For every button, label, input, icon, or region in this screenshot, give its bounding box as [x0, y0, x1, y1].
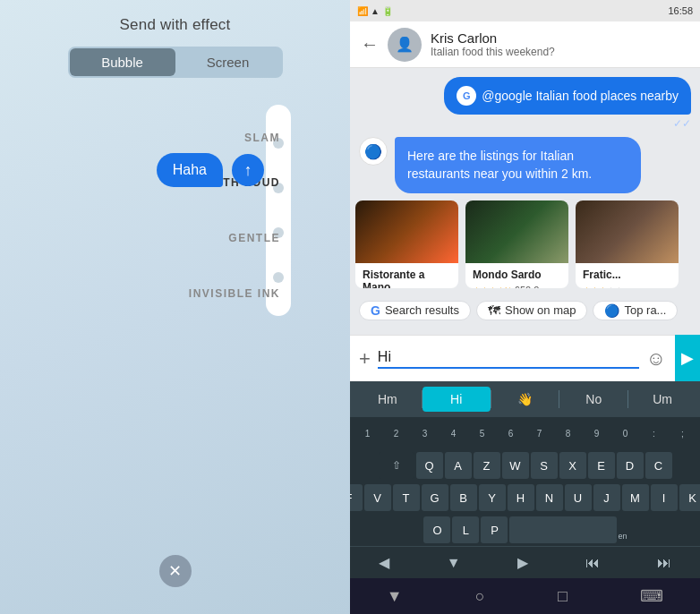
effect-row-loud[interactable]: SEND WITH LOUD Haha ↑	[0, 160, 350, 205]
keyboard: Hm Hi 👋 No Um 1 2 3 4 5 6 7 8 9 0	[350, 381, 700, 578]
send-button[interactable]: ▶	[675, 335, 700, 381]
status-wifi-icon: ▲	[371, 6, 380, 16]
right-panel: 📶 ▲ 🔋 16:58 ← 👤 Kris Carlon Italian food…	[350, 0, 700, 614]
key-n[interactable]: N	[536, 484, 563, 511]
emoji-button[interactable]: ☺	[646, 347, 666, 371]
assistant-small-icon: 🔵	[604, 303, 619, 318]
suggestion-wave[interactable]: 👋	[491, 387, 559, 412]
restaurant-image-3	[576, 200, 679, 263]
left-panel: Send with effect Bubble Screen SLAM SEND…	[0, 0, 350, 614]
key-colon[interactable]: :	[641, 420, 668, 447]
key-d[interactable]: D	[617, 452, 644, 479]
nav-recent-button[interactable]: □	[547, 582, 578, 611]
restaurant-card-2[interactable]: Mondo Sardo ★★★★½ 650,0 m Italian	[465, 200, 568, 288]
key-a[interactable]: A	[445, 452, 472, 479]
message-input[interactable]	[378, 349, 639, 369]
toggle-bar: Bubble Screen	[68, 47, 283, 78]
key-h[interactable]: H	[508, 484, 534, 511]
effect-row-gentle[interactable]: GENTLE	[0, 205, 350, 260]
key-e[interactable]: E	[588, 452, 615, 479]
restaurant-image-2	[465, 200, 568, 263]
nav-right-arrow[interactable]: ▶	[508, 550, 537, 575]
nav-skip-back[interactable]: ⏮	[576, 551, 609, 575]
system-nav-bar: ▼ ○ □ ⌨	[350, 578, 700, 614]
key-m[interactable]: M	[622, 484, 649, 511]
contact-subtitle: Italian food this weekend?	[431, 46, 689, 58]
key-g[interactable]: G	[422, 484, 448, 511]
nav-home-button[interactable]: ○	[465, 582, 496, 611]
suggestion-no[interactable]: No	[559, 387, 627, 412]
key-u[interactable]: U	[565, 484, 592, 511]
key-9[interactable]: 9	[584, 420, 610, 447]
key-o[interactable]: O	[423, 516, 450, 543]
key-space[interactable]	[509, 516, 617, 543]
effect-row-invisible[interactable]: INVISIBLE INK	[0, 260, 350, 316]
key-q[interactable]: Q	[416, 452, 443, 479]
number-row: 1 2 3 4 5 6 7 8 9 0 : ;	[350, 417, 700, 449]
key-shift[interactable]: ⇧	[379, 452, 414, 479]
show-on-map-label: Show on map	[505, 303, 576, 317]
key-w[interactable]: W	[502, 452, 529, 479]
search-results-btn[interactable]: G Search results	[359, 301, 471, 320]
assistant-icon: 🔵	[364, 143, 382, 160]
nav-down-arrow[interactable]: ▼	[438, 551, 470, 575]
keyboard-nav-row: ◀ ▼ ▶ ⏮ ⏭	[350, 546, 700, 578]
restaurant-cards: Ristorante a Mano ★★★★½ 750,0 m Italian …	[355, 200, 695, 288]
screen-tab[interactable]: Screen	[175, 48, 281, 76]
outgoing-text: @google Italian food places nearby	[482, 89, 679, 103]
restaurant-distance-2: 650,0 m	[515, 285, 551, 288]
google-icon: G	[457, 86, 476, 106]
key-i[interactable]: I	[651, 484, 678, 511]
key-6[interactable]: 6	[498, 420, 525, 447]
key-s[interactable]: S	[531, 452, 558, 479]
key-5[interactable]: 5	[469, 420, 496, 447]
suggestion-um[interactable]: Um	[628, 387, 696, 412]
nav-keyboard-button[interactable]: ⌨	[629, 581, 674, 611]
key-8[interactable]: 8	[555, 420, 582, 447]
nav-left-arrow[interactable]: ◀	[370, 550, 398, 575]
key-b[interactable]: B	[450, 484, 477, 511]
restaurant-card-1[interactable]: Ristorante a Mano ★★★★½ 750,0 m Italian	[355, 200, 458, 288]
key-4[interactable]: 4	[440, 420, 467, 447]
key-k[interactable]: K	[679, 484, 701, 511]
status-battery-icon: 🔋	[382, 6, 393, 16]
key-j[interactable]: J	[593, 484, 620, 511]
plus-button[interactable]: +	[359, 347, 371, 371]
nav-back-button[interactable]: ▼	[376, 582, 414, 611]
key-p[interactable]: P	[481, 516, 508, 543]
slam-label: SLAM	[244, 132, 280, 144]
close-button[interactable]: ✕	[159, 555, 192, 587]
map-icon: 🗺	[488, 303, 500, 318]
key-t[interactable]: T	[393, 484, 420, 511]
key-semicolon[interactable]: ;	[670, 420, 696, 447]
top-rated-btn[interactable]: 🔵 Top ra...	[593, 301, 678, 320]
key-7[interactable]: 7	[526, 420, 553, 447]
nav-skip-forward[interactable]: ⏭	[648, 551, 680, 575]
key-y[interactable]: Y	[479, 484, 506, 511]
send-arrow-icon[interactable]: ↑	[232, 154, 264, 186]
top-rated-label: Top ra...	[624, 303, 666, 317]
effects-list: SLAM SEND WITH LOUD Haha ↑ GENTLE INVISI…	[0, 105, 350, 316]
key-l[interactable]: L	[452, 516, 479, 543]
effect-row-slam[interactable]: SLAM	[0, 105, 350, 160]
show-on-map-btn[interactable]: 🗺 Show on map	[476, 301, 588, 320]
letter-row-1: ⇧ Q A Z W S X E D C	[350, 449, 700, 482]
restaurant-name-1: Ristorante a Mano	[363, 269, 451, 288]
suggestion-hm[interactable]: Hm	[354, 387, 422, 412]
contact-avatar: 👤	[388, 28, 422, 62]
send-effect-title: Send with effect	[120, 16, 231, 34]
bubble-tab[interactable]: Bubble	[70, 48, 175, 76]
key-1[interactable]: 1	[354, 420, 381, 447]
key-v[interactable]: V	[364, 484, 391, 511]
key-2[interactable]: 2	[383, 420, 410, 447]
key-x[interactable]: X	[559, 452, 586, 479]
suggestion-hi[interactable]: Hi	[423, 387, 491, 412]
key-c[interactable]: C	[645, 452, 672, 479]
restaurant-card-3[interactable]: Fratic... ★★★★★ Italian	[576, 200, 679, 288]
key-0[interactable]: 0	[612, 420, 639, 447]
key-3[interactable]: 3	[412, 420, 439, 447]
key-f[interactable]: F	[350, 484, 363, 511]
outgoing-message: G @google Italian food places nearby ✓✓	[444, 77, 691, 130]
back-button[interactable]: ←	[361, 34, 379, 55]
key-z[interactable]: Z	[474, 452, 500, 479]
